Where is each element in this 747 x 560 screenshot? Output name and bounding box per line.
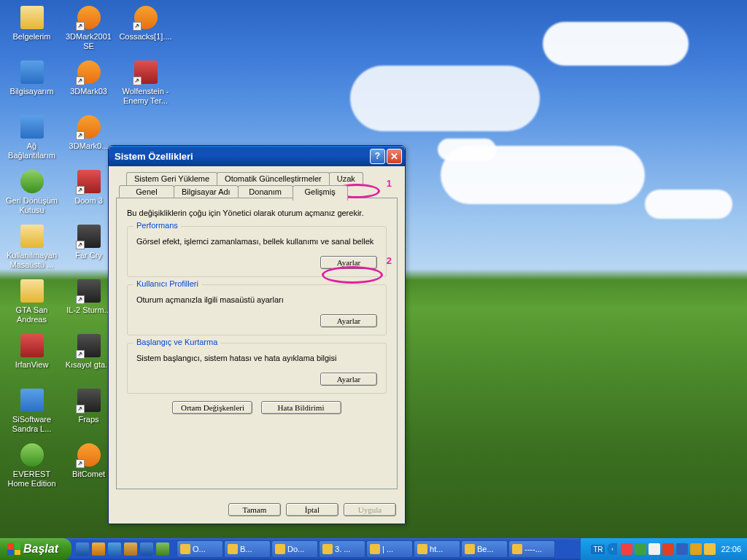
- close-button[interactable]: ✕: [387, 149, 402, 164]
- desktop-icon[interactable]: Ağ Bağlantılarım: [4, 112, 59, 167]
- desktop-icon-label: IrfanView: [4, 360, 59, 370]
- desktop-icon[interactable]: ↗Cossacks[1]....: [118, 3, 173, 58]
- tray-icon[interactable]: [649, 543, 660, 555]
- desktop-icon[interactable]: GTA San Andreas: [4, 276, 59, 331]
- app-icon: ↗: [77, 61, 101, 84]
- desktop-icon[interactable]: ↗Wolfenstein - Enemy Ter...: [118, 58, 173, 112]
- dialog-titlebar[interactable]: Sistem Özellikleri ? ✕: [109, 146, 405, 166]
- task-label: B...: [240, 545, 252, 553]
- desktop-icon[interactable]: Kullanılmayan Masaüstü ...: [4, 222, 59, 276]
- tray-icon[interactable]: [704, 543, 716, 555]
- app-icon: [20, 115, 44, 139]
- desktop-icon[interactable]: Geri Dönüşüm Kutusu: [4, 167, 59, 222]
- desktop-icon-label: Ağ Bağlantılarım: [4, 141, 59, 160]
- app-icon: ↗: [134, 61, 158, 84]
- tab-strip: Sistem Geri YüklemeOtomatik Güncelleştir…: [116, 172, 398, 198]
- shortcut-arrow-icon: ↗: [76, 22, 85, 31]
- shortcut-arrow-icon: ↗: [76, 350, 85, 359]
- task-icon: [275, 544, 285, 554]
- admin-hint: Bu değişikliklerin çoğu için Yönetici ol…: [127, 209, 387, 217]
- task-icon: [370, 544, 380, 554]
- env-vars-button[interactable]: Ortam Değişkenleri: [172, 401, 252, 414]
- ok-button[interactable]: Tamam: [228, 503, 281, 516]
- tray-expand-icon[interactable]: ‹: [607, 543, 617, 555]
- shortcut-arrow-icon: ↗: [76, 405, 85, 413]
- startup-recovery-settings-button[interactable]: Ayarlar: [320, 373, 377, 386]
- performance-settings-button[interactable]: Ayarlar: [320, 256, 377, 269]
- task-label: ----...: [525, 545, 542, 553]
- desktop-icon[interactable]: Bilgisayarım: [4, 58, 59, 112]
- error-reporting-button[interactable]: Hata Bildirimi: [261, 401, 341, 414]
- startup-recovery-title: Başlangıç ve Kurtarma: [133, 338, 220, 346]
- app-icon: ↗: [77, 115, 101, 139]
- taskbar-task[interactable]: 3. ...: [319, 540, 365, 558]
- start-button[interactable]: Başlat: [0, 538, 71, 560]
- tab[interactable]: Otomatik Güncelleştirmeler: [217, 172, 330, 186]
- task-label: ht...: [430, 545, 443, 553]
- tab-advanced[interactable]: Gelişmiş: [293, 185, 348, 201]
- task-label: O...: [193, 545, 206, 553]
- quick-launch-item[interactable]: [108, 542, 121, 556]
- user-profiles-group: Kullanıcı Profilleri Oturum açmanızla il…: [127, 284, 387, 335]
- app-icon: [20, 225, 44, 248]
- taskbar-task[interactable]: ----...: [508, 540, 555, 558]
- help-button[interactable]: ?: [370, 149, 385, 164]
- performance-desc: Görsel efekt, işlemci zamanlaması, belle…: [136, 237, 377, 246]
- user-profiles-title: Kullanıcı Profilleri: [133, 279, 201, 288]
- startup-recovery-desc: Sistem başlangıcı, sistem hatası ve hata…: [136, 354, 377, 362]
- task-icon: [512, 544, 522, 554]
- taskbar-task[interactable]: B...: [224, 540, 271, 558]
- tray-icon[interactable]: [621, 543, 632, 555]
- apply-button[interactable]: Uygula: [344, 503, 396, 516]
- taskbar-tasks: O...B...Do...3. ...| ...ht...Be...----..…: [174, 538, 580, 560]
- windows-logo-icon: [7, 543, 20, 555]
- quick-launch-item[interactable]: [140, 542, 153, 556]
- task-label: Do...: [287, 545, 304, 553]
- taskbar-task[interactable]: ht...: [414, 540, 460, 558]
- user-profiles-settings-button[interactable]: Ayarlar: [320, 314, 377, 327]
- app-icon: [20, 279, 44, 303]
- language-indicator[interactable]: TR: [591, 545, 605, 554]
- task-icon: [322, 544, 333, 554]
- taskbar: Başlat O...B...Do...3. ...| ...ht...Be..…: [0, 538, 747, 560]
- quick-launch-item[interactable]: [156, 542, 169, 556]
- task-icon: [465, 544, 475, 554]
- desktop-icon[interactable]: Belgelerim: [4, 3, 59, 58]
- desktop-icon[interactable]: ↗3DMark03: [61, 58, 116, 112]
- dialog-footer: Tamam İptal Uygula: [109, 497, 405, 524]
- quick-launch-item[interactable]: [92, 542, 105, 556]
- quick-launch-ie-icon[interactable]: [76, 542, 89, 556]
- desktop-icon[interactable]: IrfanView: [4, 331, 59, 386]
- tray-icon[interactable]: [690, 543, 702, 555]
- dialog-title: Sistem Özellikleri: [115, 151, 193, 162]
- taskbar-task[interactable]: O...: [177, 540, 223, 558]
- shortcut-arrow-icon: ↗: [76, 241, 85, 249]
- tray-icon[interactable]: [635, 543, 646, 555]
- desktop-icon-label: Geri Dönüşüm Kutusu: [4, 196, 59, 214]
- tray-icon[interactable]: [662, 543, 674, 555]
- shortcut-arrow-icon: ↗: [76, 77, 85, 85]
- shortcut-arrow-icon: ↗: [76, 131, 85, 140]
- shortcut-arrow-icon: ↗: [133, 77, 142, 85]
- clock[interactable]: 22:06: [721, 545, 741, 553]
- tab[interactable]: Uzak: [329, 172, 363, 186]
- taskbar-task[interactable]: Do...: [271, 540, 318, 558]
- taskbar-task[interactable]: Be...: [461, 540, 508, 558]
- tray-icon[interactable]: [676, 543, 688, 555]
- desktop-icon[interactable]: EVEREST Home Edition: [4, 440, 59, 495]
- system-properties-dialog: Sistem Özellikleri ? ✕ Sistem Geri Yükle…: [108, 145, 406, 524]
- desktop-icon-label: 3DMark2001 SE: [61, 32, 116, 50]
- cancel-button[interactable]: İptal: [286, 503, 338, 516]
- shortcut-arrow-icon: ↗: [133, 22, 142, 31]
- desktop-icon[interactable]: SiSoftware Sandra L...: [4, 386, 59, 440]
- taskbar-task[interactable]: | ...: [366, 540, 413, 558]
- task-icon: [417, 544, 427, 554]
- app-icon: [20, 389, 44, 412]
- desktop-icon-label: Belgelerim: [4, 32, 59, 42]
- app-icon: ↗: [134, 6, 158, 29]
- performance-title: Performans: [133, 221, 181, 230]
- quick-launch-item[interactable]: [124, 542, 137, 556]
- shortcut-arrow-icon: ↗: [76, 186, 85, 195]
- tab[interactable]: Sistem Geri Yükleme: [126, 172, 217, 186]
- desktop-icon[interactable]: ↗3DMark2001 SE: [61, 3, 116, 58]
